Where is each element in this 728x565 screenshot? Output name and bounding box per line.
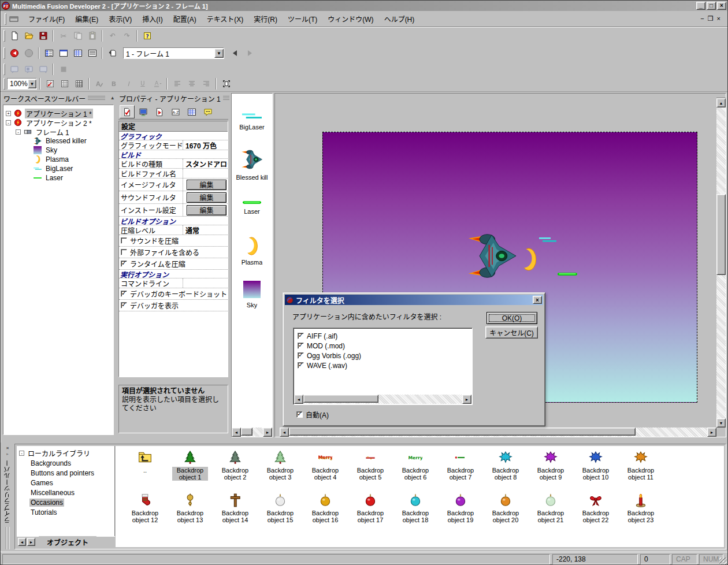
- grid-snap-button[interactable]: [72, 77, 86, 90]
- sprite-laser[interactable]: [558, 272, 577, 276]
- scrollbar-thumb[interactable]: [289, 428, 636, 436]
- checkbox[interactable]: [121, 237, 127, 244]
- scroll-up-icon[interactable]: ▲: [716, 98, 726, 107]
- scroll-right-icon[interactable]: ►: [462, 395, 471, 404]
- workspace-tree-item[interactable]: Sky: [3, 146, 113, 155]
- resize-grip[interactable]: [719, 557, 727, 565]
- library-tree-item[interactable]: Miscellaneous: [17, 488, 114, 497]
- library-tree-item[interactable]: Occasions: [17, 497, 114, 507]
- expand-icon[interactable]: ▸: [6, 452, 9, 456]
- help-button[interactable]: ?: [140, 29, 154, 42]
- workspace-tree-item[interactable]: +アプリケーション 1 *: [3, 109, 113, 118]
- library-tree-item[interactable]: Tutorials: [17, 507, 114, 517]
- scroll-left-icon[interactable]: ◄: [232, 428, 241, 437]
- maximize-button[interactable]: □: [707, 2, 716, 10]
- prop-events-button[interactable]: [184, 105, 199, 118]
- property-checkbox-row[interactable]: ランタイムを圧縮: [119, 258, 228, 270]
- filter-item[interactable]: MOD (.mod): [294, 341, 472, 351]
- library-tree-root[interactable]: -ローカルライブラリ: [17, 448, 114, 458]
- folder-up-item[interactable]: ..: [122, 449, 168, 492]
- panel-grip[interactable]: [223, 96, 229, 101]
- filter-list-scrollbar[interactable]: ◄ ►: [294, 395, 471, 404]
- prop-about-button[interactable]: [200, 105, 216, 118]
- workspace-tree-item[interactable]: -フレーム 1: [3, 127, 113, 136]
- splitter-box[interactable]: [716, 94, 726, 98]
- property-value[interactable]: [183, 278, 228, 288]
- ok-button[interactable]: OK(O): [486, 312, 537, 324]
- grid-show-button[interactable]: [58, 77, 71, 90]
- frame-selector[interactable]: 1 - フレーム 1 ▼: [123, 47, 224, 59]
- property-row[interactable]: ビルドの種類スタンドアロー: [119, 159, 228, 169]
- scroll-left-icon[interactable]: ◄: [294, 395, 303, 404]
- pin-icon[interactable]: ▲: [109, 95, 115, 102]
- panel-grip[interactable]: [5, 527, 10, 549]
- tab-objects[interactable]: オブジェクト: [39, 536, 96, 548]
- auto-checkbox-row[interactable]: 自動(A): [295, 410, 329, 419]
- workspace-tree-item[interactable]: Blessed killer: [3, 136, 113, 146]
- library-item[interactable]: Backdrop object 5: [348, 449, 393, 492]
- checkbox[interactable]: [298, 352, 304, 359]
- workspace-tree-item[interactable]: -アプリケーション 2 *: [3, 118, 113, 127]
- library-item[interactable]: Backdrop object 17: [348, 492, 393, 535]
- collapse-icon[interactable]: -: [19, 451, 24, 456]
- scrollbar-thumb[interactable]: [241, 428, 252, 436]
- edit-button[interactable]: 編集: [187, 205, 226, 215]
- library-item[interactable]: Backdrop object 14: [213, 492, 258, 535]
- minimize-button[interactable]: _: [696, 2, 705, 10]
- toolbar-grip[interactable]: [3, 64, 5, 75]
- clone-frame-button[interactable]: [106, 47, 119, 60]
- library-item[interactable]: Backdrop object 18: [393, 492, 438, 535]
- menu-item-9[interactable]: ヘルプ(H): [379, 14, 420, 25]
- library-item[interactable]: Backdrop object 22: [573, 492, 618, 535]
- property-value[interactable]: [183, 169, 228, 178]
- library-item[interactable]: Backdrop object 2: [213, 449, 258, 492]
- checkbox[interactable]: [298, 362, 304, 369]
- library-item[interactable]: Backdrop object 15: [258, 492, 303, 535]
- close-icon[interactable]: ×: [4, 445, 12, 452]
- menu-item-6[interactable]: 実行(R): [248, 14, 283, 25]
- property-checkbox-row[interactable]: デバッガを表示: [119, 300, 228, 311]
- library-item[interactable]: Backdrop object 3: [258, 449, 303, 492]
- scroll-down-icon[interactable]: ▼: [716, 418, 726, 428]
- library-item[interactable]: Backdrop object 7: [438, 449, 483, 492]
- library-tree-item[interactable]: Games: [17, 478, 114, 488]
- collapse-icon[interactable]: -: [16, 129, 21, 135]
- scroll-left-icon[interactable]: ◄: [280, 428, 289, 437]
- object-item[interactable]: BigLaser: [232, 99, 272, 143]
- menu-item-3[interactable]: 挿入(I): [137, 14, 168, 25]
- library-item[interactable]: MerryBackdrop object 6: [393, 449, 438, 492]
- toolbar-grip[interactable]: [3, 47, 5, 59]
- dialog-title-bar[interactable]: フィルタを選択 ×: [285, 295, 543, 305]
- objects-scrollbar[interactable]: ◄ ►: [232, 428, 272, 437]
- library-item[interactable]: Backdrop object 23: [618, 492, 663, 535]
- expand-icon[interactable]: +: [6, 111, 11, 116]
- vertical-scrollbar[interactable]: ▲ ▼: [716, 94, 726, 428]
- library-item[interactable]: Backdrop object 10: [573, 449, 618, 492]
- open-folder-button[interactable]: [22, 29, 35, 42]
- library-tree-item[interactable]: Backgrounds: [17, 458, 114, 468]
- edit-button[interactable]: 編集: [187, 192, 226, 203]
- mdi-child-icon[interactable]: [9, 16, 20, 23]
- sprite-plasma[interactable]: [521, 248, 538, 271]
- menu-item-4[interactable]: 配置(A): [168, 14, 202, 25]
- filter-item[interactable]: Ogg Vorbis (.ogg): [294, 351, 472, 360]
- scrollbar-thumb[interactable]: [716, 194, 726, 275]
- mdi-minimize-button[interactable]: −: [700, 15, 704, 23]
- checkbox[interactable]: [298, 333, 304, 339]
- checkbox[interactable]: [121, 291, 127, 297]
- mdi-restore-button[interactable]: ❒: [708, 15, 714, 23]
- auto-checkbox[interactable]: [296, 411, 303, 418]
- tab-scroll-left-icon[interactable]: ◄: [18, 538, 26, 546]
- object-item[interactable]: Plasma: [232, 229, 272, 273]
- close-button[interactable]: ×: [717, 2, 726, 10]
- object-item[interactable]: Laser: [232, 186, 272, 229]
- checkbox[interactable]: [121, 249, 127, 255]
- property-value[interactable]: スタンドアロー: [183, 159, 228, 168]
- prop-settings-button[interactable]: [120, 105, 135, 118]
- scrollbar-thumb[interactable]: [303, 395, 378, 403]
- tab-scroll-right-icon[interactable]: ►: [27, 538, 35, 546]
- workspace-tree-item[interactable]: Plasma: [3, 155, 113, 164]
- prop-window-button[interactable]: [136, 105, 151, 118]
- back-frame-button[interactable]: [8, 47, 21, 60]
- object-item[interactable]: Blessed kill: [232, 143, 272, 186]
